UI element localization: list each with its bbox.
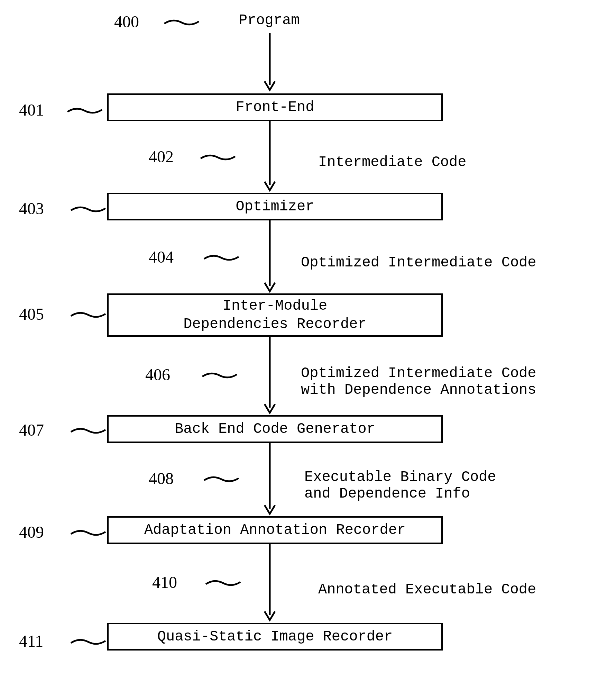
tilde-icon	[69, 204, 107, 215]
box-optimizer: Optimizer	[107, 193, 443, 220]
ref-404: 404	[149, 247, 174, 266]
tilde-icon	[199, 152, 237, 163]
label-optimized-dep: Optimized Intermediate Code with Depende…	[301, 365, 536, 398]
box-intermodule-label: Inter-Module Dependencies Recorder	[183, 297, 366, 333]
arrow-icon	[263, 33, 277, 92]
label-optimized: Optimized Intermediate Code	[301, 254, 536, 271]
box-quasi: Quasi-Static Image Recorder	[107, 623, 443, 651]
tilde-icon	[69, 528, 107, 538]
tilde-icon	[69, 426, 107, 436]
ref-407: 407	[19, 420, 44, 439]
tilde-icon	[69, 310, 107, 320]
arrow-icon	[263, 443, 277, 516]
box-backend: Back End Code Generator	[107, 415, 443, 443]
ref-401: 401	[19, 100, 44, 119]
tilde-icon	[69, 637, 107, 647]
arrow-icon	[263, 121, 277, 192]
box-adaptation: Adaptation Annotation Recorder	[107, 516, 443, 544]
arrow-icon	[263, 544, 277, 622]
box-quasi-label: Quasi-Static Image Recorder	[157, 628, 393, 646]
tilde-icon	[163, 17, 201, 28]
label-exec-dep: Executable Binary Code and Dependence In…	[304, 469, 496, 502]
ref-406: 406	[145, 365, 170, 384]
tilde-icon	[66, 106, 104, 116]
tilde-icon	[202, 474, 240, 484]
box-backend-label: Back End Code Generator	[175, 420, 375, 438]
ref-402: 402	[149, 147, 174, 166]
ref-400: 400	[114, 12, 139, 31]
ref-411: 411	[19, 631, 43, 651]
box-frontend-label: Front-End	[236, 98, 314, 117]
ref-410: 410	[152, 573, 177, 592]
box-frontend: Front-End	[107, 93, 443, 121]
ref-408: 408	[149, 469, 174, 488]
arrow-icon	[263, 220, 277, 293]
ref-405: 405	[19, 304, 44, 324]
arrow-icon	[263, 337, 277, 415]
tilde-icon	[204, 578, 242, 588]
box-adaptation-label: Adaptation Annotation Recorder	[144, 521, 406, 539]
ref-409: 409	[19, 522, 44, 542]
box-intermodule: Inter-Module Dependencies Recorder	[107, 293, 443, 337]
tilde-icon	[202, 253, 240, 263]
label-intermediate: Intermediate Code	[318, 154, 466, 171]
box-optimizer-label: Optimizer	[236, 198, 314, 216]
label-annotated: Annotated Executable Code	[318, 581, 536, 598]
tilde-icon	[201, 370, 239, 381]
label-program: Program	[239, 12, 300, 29]
ref-403: 403	[19, 199, 44, 218]
